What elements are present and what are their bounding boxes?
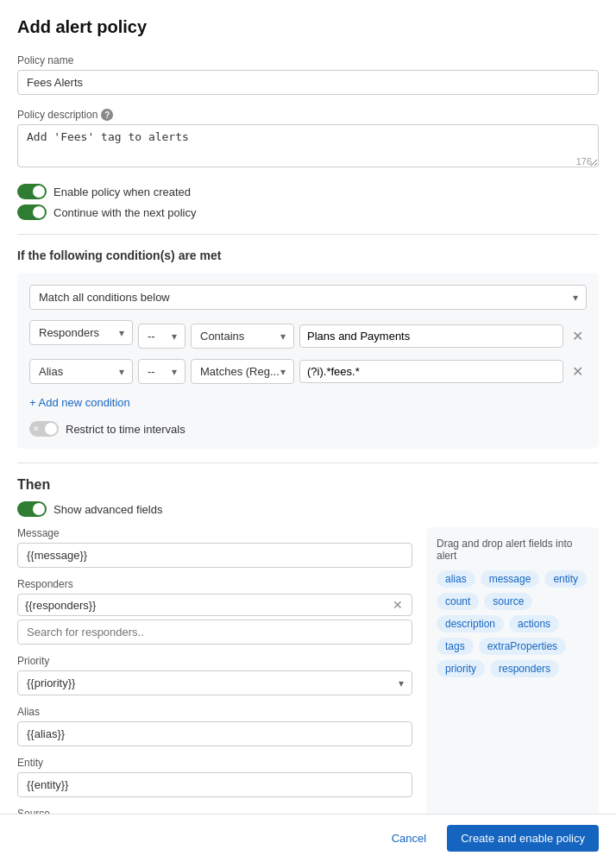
description-info-icon: ?: [101, 109, 113, 121]
continue-policy-label: Continue with the next policy: [53, 206, 196, 219]
char-count: 176: [576, 156, 592, 167]
condition-row-1: Responders -- Contains ✕: [29, 320, 587, 352]
page-title: Add alert policy: [17, 17, 599, 37]
policy-description-label: Policy description: [17, 109, 97, 121]
drag-drop-panel: Drag and drop alert fields into alert al…: [426, 527, 599, 862]
time-restrict-toggle[interactable]: [29, 421, 59, 437]
field-tag-tags[interactable]: tags: [437, 638, 474, 655]
then-title: Then: [17, 477, 599, 493]
condition-2-field-select[interactable]: Alias: [29, 359, 133, 384]
responders-search-input[interactable]: [17, 620, 412, 645]
condition-2-op1-select[interactable]: --: [138, 359, 185, 384]
alias-input[interactable]: [17, 721, 412, 746]
field-tag-count[interactable]: count: [437, 593, 479, 610]
condition-1-op2-select[interactable]: Contains: [191, 324, 294, 349]
condition-2-value-input[interactable]: [299, 360, 563, 383]
time-restrict-thumb: [45, 423, 57, 435]
condition-1-remove-button[interactable]: ✕: [569, 326, 587, 346]
continue-policy-thumb: [33, 206, 45, 218]
field-tag-actions[interactable]: actions: [509, 615, 559, 632]
condition-1-field-select[interactable]: Responders: [29, 320, 133, 345]
divider-1: [17, 234, 599, 235]
show-advanced-label: Show advanced fields: [53, 503, 162, 516]
divider-2: [17, 462, 599, 463]
priority-select[interactable]: {{priority}}: [17, 670, 412, 695]
field-tag-source[interactable]: source: [484, 593, 532, 610]
add-condition-link[interactable]: + Add new condition: [29, 396, 130, 409]
field-tag-alias[interactable]: alias: [437, 570, 475, 588]
drag-drop-label: Drag and drop alert fields into alert: [437, 538, 588, 562]
enable-policy-toggle[interactable]: [17, 184, 47, 199]
conditions-title: If the following condition(s) are met: [17, 249, 599, 262]
entity-label: Entity: [17, 757, 43, 769]
show-advanced-toggle[interactable]: [17, 501, 47, 517]
responders-value-display: {{responders}} ✕: [17, 594, 412, 616]
field-tag-description[interactable]: description: [437, 615, 504, 632]
alias-label: Alias: [17, 706, 40, 718]
responders-label: Responders: [17, 578, 73, 590]
show-advanced-thumb: [33, 503, 45, 515]
create-enable-button[interactable]: Create and enable policy: [447, 825, 599, 852]
enable-policy-label: Enable policy when created: [53, 186, 191, 198]
policy-name-label: Policy name: [17, 54, 73, 66]
field-tag-message[interactable]: message: [481, 570, 540, 588]
field-tag-entity[interactable]: entity: [544, 570, 587, 588]
continue-policy-toggle[interactable]: [17, 204, 47, 220]
condition-row-2: Alias -- Matches (Reg... ✕: [29, 359, 587, 384]
condition-1-value-input[interactable]: [299, 324, 563, 348]
match-select[interactable]: Match all conditions below: [29, 285, 587, 310]
footer-bar: Cancel Create and enable policy: [0, 814, 616, 862]
field-tag-extraproperties[interactable]: extraProperties: [479, 638, 566, 655]
responders-value: {{responders}}: [25, 599, 391, 612]
message-input[interactable]: [17, 543, 412, 568]
field-tags-area: alias message entity count source descri…: [437, 570, 588, 677]
enable-policy-thumb: [33, 186, 45, 198]
field-tag-priority[interactable]: priority: [437, 660, 485, 677]
message-label: Message: [17, 527, 60, 539]
condition-1-op1-select[interactable]: --: [138, 324, 185, 349]
cancel-button[interactable]: Cancel: [380, 825, 438, 852]
responders-clear-button[interactable]: ✕: [391, 598, 405, 612]
entity-input[interactable]: [17, 772, 412, 797]
time-restrict-label: Restrict to time intervals: [66, 423, 185, 436]
priority-label: Priority: [17, 655, 49, 667]
field-tag-responders[interactable]: responders: [490, 660, 559, 677]
condition-2-remove-button[interactable]: ✕: [569, 362, 587, 381]
condition-2-op2-select[interactable]: Matches (Reg...: [191, 359, 294, 384]
policy-name-input[interactable]: [17, 70, 599, 95]
policy-description-input[interactable]: [17, 124, 599, 167]
